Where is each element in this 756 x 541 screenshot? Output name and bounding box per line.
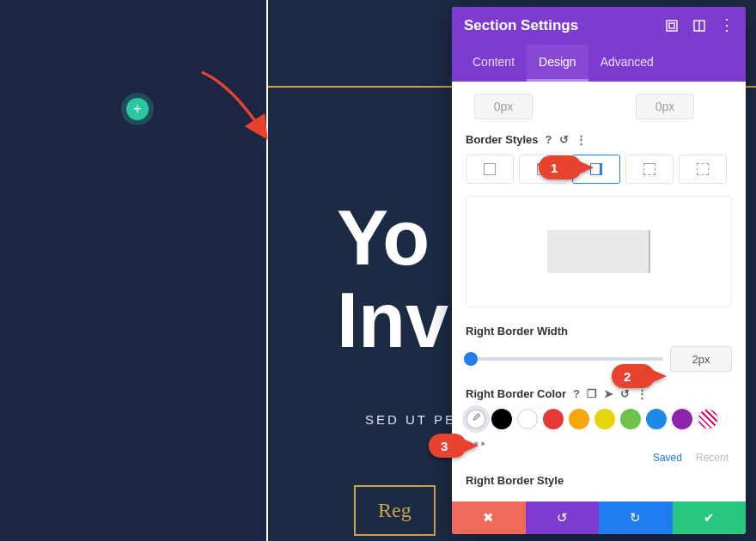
help-icon[interactable]: ?: [573, 387, 580, 400]
more-icon[interactable]: ⋮: [576, 133, 587, 146]
add-section-button[interactable]: +: [126, 98, 149, 120]
redo-button[interactable]: ↻: [599, 501, 673, 534]
border-preview-shape: [547, 230, 650, 273]
svg-rect-0: [667, 21, 677, 31]
tab-design[interactable]: Design: [527, 45, 588, 82]
slider-thumb[interactable]: [464, 352, 478, 366]
swatch-white[interactable]: [517, 409, 538, 429]
swatch-green[interactable]: [620, 409, 641, 429]
swatch-blue[interactable]: [646, 409, 667, 429]
border-style-left[interactable]: [679, 155, 727, 184]
svg-rect-1: [669, 23, 674, 28]
help-icon[interactable]: ?: [546, 133, 552, 146]
right-border-width-input[interactable]: 2px: [670, 346, 732, 372]
saved-colors-link[interactable]: Saved: [653, 452, 682, 464]
swatch-transparent[interactable]: [698, 409, 718, 429]
panel-footer: ✖ ↺ ↻ ✔: [452, 501, 746, 534]
panel-body: 0px 0px Border Styles ? ↺ ⋮ Right Border…: [452, 82, 746, 501]
border-style-picker: [466, 155, 732, 184]
eyedropper-swatch[interactable]: [466, 409, 486, 429]
reset-icon[interactable]: ↺: [559, 133, 569, 146]
padding-input-a[interactable]: 0px: [474, 94, 533, 119]
border-styles-label: Border Styles ? ↺ ⋮: [466, 133, 732, 146]
right-border-color-label: Right Border Color ? ❐ ➤ ↺ ⋮: [466, 387, 732, 400]
border-style-bottom[interactable]: [625, 155, 674, 184]
swatch-orange[interactable]: [569, 409, 589, 429]
panel-header: Section Settings ⋮: [452, 7, 746, 45]
cancel-button[interactable]: ✖: [452, 501, 526, 534]
hero-title: Yo Inv: [337, 198, 448, 362]
more-icon[interactable]: ⋮: [637, 387, 648, 400]
tab-content[interactable]: Content: [460, 45, 527, 82]
reset-icon[interactable]: ↺: [620, 387, 630, 400]
save-button[interactable]: ✔: [673, 501, 747, 534]
panel-tabs: Content Design Advanced: [452, 45, 746, 82]
more-swatches-icon[interactable]: •••: [467, 436, 732, 452]
tab-advanced[interactable]: Advanced: [588, 45, 666, 82]
builder-canvas-left: +: [0, 0, 266, 541]
right-border-style-label: Right Border Style: [466, 474, 732, 487]
swatch-purple[interactable]: [672, 409, 692, 429]
right-border-width-label: Right Border Width: [466, 325, 732, 337]
border-preview: [466, 196, 732, 307]
hover-icon[interactable]: ➤: [604, 387, 613, 400]
more-icon[interactable]: ⋮: [720, 19, 734, 33]
register-button[interactable]: Reg: [354, 485, 436, 536]
border-style-all[interactable]: [466, 155, 514, 184]
padding-input-b[interactable]: 0px: [636, 94, 694, 119]
swatch-black[interactable]: [491, 409, 512, 429]
swatch-yellow[interactable]: [594, 409, 615, 429]
border-style-right[interactable]: [572, 155, 620, 184]
responsive-icon[interactable]: ❐: [587, 387, 597, 400]
recent-colors-link[interactable]: Recent: [696, 452, 729, 464]
section-settings-panel: Section Settings ⋮ Content Design Advanc…: [452, 7, 746, 534]
undo-button[interactable]: ↺: [526, 501, 600, 534]
panel-title: Section Settings: [464, 17, 578, 34]
expand-icon[interactable]: [665, 19, 679, 33]
border-style-top[interactable]: [519, 155, 567, 184]
color-swatch-row: [466, 409, 732, 429]
snap-icon[interactable]: [692, 19, 706, 33]
right-border-width-slider[interactable]: [466, 357, 663, 361]
swatch-red[interactable]: [543, 409, 564, 429]
